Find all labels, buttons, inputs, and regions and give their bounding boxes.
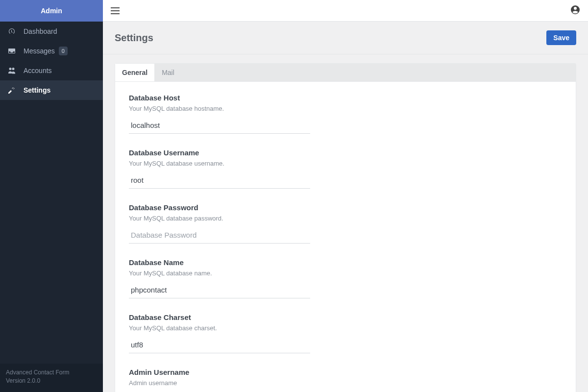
field-db-password: Database Password Your MySQL database pa… xyxy=(129,203,310,244)
field-db-username: Database Username Your MySQL database us… xyxy=(129,148,310,189)
tabs-card: General Mail Database Host Your MySQL da… xyxy=(115,63,576,392)
sidebar-brand-label: Admin xyxy=(41,7,62,15)
user-circle-icon[interactable] xyxy=(570,5,580,16)
field-help: Your MySQL database username. xyxy=(129,160,310,167)
save-button[interactable]: Save xyxy=(546,30,576,45)
sidebar-item-label: Settings xyxy=(24,86,50,94)
main: Settings Save General Mail Database Host… xyxy=(103,0,588,392)
page-title: Settings xyxy=(115,32,153,44)
field-help: Your MySQL database charset. xyxy=(129,324,310,332)
tab-general[interactable]: General xyxy=(115,64,155,81)
tab-mail[interactable]: Mail xyxy=(155,64,181,81)
sidebar-item-accounts[interactable]: Accounts xyxy=(0,61,103,80)
topbar xyxy=(103,0,588,22)
sidebar-brand[interactable]: Admin xyxy=(0,0,103,22)
field-db-name: Database Name Your MySQL database name. xyxy=(129,258,310,298)
sidebar-item-dashboard[interactable]: Dashboard xyxy=(0,22,103,41)
field-label: Database Name xyxy=(129,258,310,267)
field-label: Database Charset xyxy=(129,313,310,321)
hamburger-icon[interactable] xyxy=(111,7,120,14)
users-icon xyxy=(8,67,19,74)
db-name-input[interactable] xyxy=(129,282,310,298)
sidebar-item-label: Messages xyxy=(24,47,55,55)
sidebar-item-settings[interactable]: Settings xyxy=(0,80,103,100)
sidebar-footer: Advanced Contact Form Version 2.0.0 xyxy=(0,364,103,392)
footer-app-name: Advanced Contact Form xyxy=(6,368,97,377)
gauge-icon xyxy=(8,27,19,35)
field-label: Database Host xyxy=(129,94,310,102)
sidebar: Admin Dashboard Messages 0 Accounts xyxy=(0,0,103,392)
db-username-input[interactable] xyxy=(129,172,310,189)
db-host-input[interactable] xyxy=(129,117,310,134)
db-password-input[interactable] xyxy=(129,227,310,244)
footer-version: Version 2.0.0 xyxy=(6,377,97,385)
sidebar-item-label: Accounts xyxy=(24,67,52,74)
sidebar-item-messages[interactable]: Messages 0 xyxy=(0,41,103,61)
field-label: Admin Username xyxy=(129,368,310,376)
field-label: Database Username xyxy=(129,148,310,157)
field-help: Your MySQL database password. xyxy=(129,215,310,222)
tabs-header: General Mail xyxy=(115,64,576,82)
db-charset-input[interactable] xyxy=(129,337,310,353)
field-help: Your MySQL database name. xyxy=(129,270,310,277)
field-db-charset: Database Charset Your MySQL database cha… xyxy=(129,313,310,353)
field-label: Database Password xyxy=(129,203,310,212)
tab-label: General xyxy=(122,69,147,76)
tab-body-general: Database Host Your MySQL database hostna… xyxy=(115,82,576,392)
page-header: Settings Save xyxy=(103,22,588,54)
inbox-icon xyxy=(8,47,19,55)
field-db-host: Database Host Your MySQL database hostna… xyxy=(129,94,310,134)
tools-icon xyxy=(8,86,19,94)
field-help: Admin username xyxy=(129,379,310,387)
sidebar-item-label: Dashboard xyxy=(24,27,57,35)
content: General Mail Database Host Your MySQL da… xyxy=(103,54,588,392)
tab-label: Mail xyxy=(162,69,174,76)
field-help: Your MySQL database hostname. xyxy=(129,105,310,112)
field-admin-username: Admin Username Admin username xyxy=(129,368,310,392)
messages-badge: 0 xyxy=(59,47,68,55)
sidebar-nav: Dashboard Messages 0 Accounts Settings xyxy=(0,22,103,364)
